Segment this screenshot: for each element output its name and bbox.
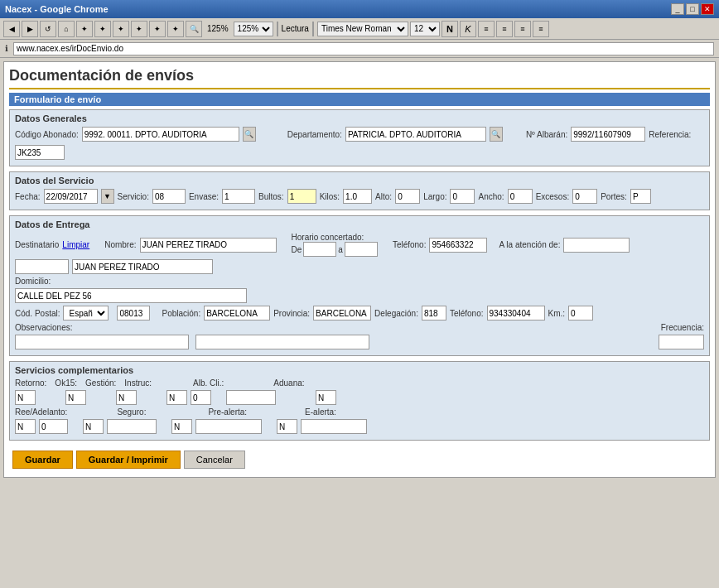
km-input[interactable] <box>568 306 593 321</box>
cod-postal-input[interactable] <box>117 306 150 321</box>
italic-button[interactable]: K <box>460 21 476 37</box>
seguro-field: Seguro: <box>117 407 146 417</box>
alto-label: Alto: <box>375 192 392 201</box>
toolbar-btn-5[interactable]: ✦ <box>149 21 166 37</box>
guardar-imprimir-button[interactable]: Guardar / Imprimir <box>76 451 181 469</box>
ree-adelanto-n-input[interactable] <box>15 419 36 434</box>
excesos-label: Excesos: <box>536 192 570 201</box>
servicio-input[interactable] <box>152 189 186 204</box>
telefono2-input[interactable] <box>487 306 545 321</box>
home-button[interactable]: ⌂ <box>58 21 75 37</box>
toolbar-btn-1[interactable]: ✦ <box>76 21 93 37</box>
bultos-input[interactable] <box>287 189 316 204</box>
guardar-button[interactable]: Guardar <box>12 451 73 469</box>
ree-adelanto-value-input[interactable] <box>39 419 68 434</box>
maximize-button[interactable]: □ <box>686 3 699 15</box>
alb-cli-label: Alb. Cli.: <box>193 378 224 388</box>
close-button[interactable]: ✕ <box>701 3 714 15</box>
forward-button[interactable]: ▶ <box>22 21 38 37</box>
kilos-input[interactable] <box>343 189 372 204</box>
font-size-select[interactable]: 12 <box>410 22 440 36</box>
portes-input[interactable] <box>630 189 651 204</box>
separator <box>277 22 278 36</box>
bold-button[interactable]: N <box>442 21 458 37</box>
delegacion-input[interactable] <box>422 306 446 321</box>
pais-select[interactable]: España <box>63 306 109 321</box>
minimize-button[interactable]: _ <box>671 3 684 15</box>
toolbar-btn-3[interactable]: ✦ <box>113 21 129 37</box>
e-alerta-input[interactable] <box>277 419 297 434</box>
datos-generales-row: Código Abonado: 🔍 Departamento: 🔍 Nº Alb… <box>15 127 704 160</box>
nombre-input[interactable] <box>140 238 277 253</box>
toolbar: ◀ ▶ ↺ ⌂ ✦ ✦ ✦ ✦ ✦ ✦ 🔍 125% 125% Lectura … <box>0 18 719 40</box>
atencion-input[interactable] <box>563 238 630 253</box>
nombre-input2[interactable] <box>72 259 213 274</box>
instruc-input[interactable] <box>166 390 187 405</box>
seguro-extra-input[interactable] <box>107 419 157 434</box>
toolbar-btn-7[interactable]: 🔍 <box>186 21 202 37</box>
ree-adelanto-label: Ree/Adelanto: <box>15 407 67 417</box>
domicilio-input[interactable] <box>15 288 247 303</box>
codigo-abonado-search[interactable]: 🔍 <box>243 127 256 142</box>
toolbar-btn-6[interactable]: ✦ <box>167 21 184 37</box>
departamento-label: Departamento: <box>287 130 342 139</box>
instruc-extra-input[interactable] <box>191 390 211 405</box>
align-btn-4[interactable]: ≡ <box>533 21 549 37</box>
referencia-label: Referencia: <box>649 130 691 139</box>
telefono-input[interactable] <box>429 238 487 253</box>
limpiar-link[interactable]: Limpiar <box>62 240 89 249</box>
poblacion-label: Población: <box>162 309 200 318</box>
align-btn-1[interactable]: ≡ <box>478 21 495 37</box>
departamento-input[interactable] <box>345 127 486 142</box>
poblacion-input[interactable] <box>204 306 270 321</box>
frecuencia-input[interactable] <box>659 335 704 349</box>
action-buttons: Guardar Guardar / Imprimir Cancelar <box>9 447 710 472</box>
gestion-label: Gestión: <box>85 378 116 388</box>
num-albaran-input[interactable] <box>571 127 645 142</box>
seguro-label: Seguro: <box>117 407 146 417</box>
excesos-input[interactable] <box>572 189 597 204</box>
cancelar-button[interactable]: Cancelar <box>184 451 245 469</box>
envase-input[interactable] <box>222 189 255 204</box>
departamento-search[interactable]: 🔍 <box>490 127 503 142</box>
refresh-button[interactable]: ↺ <box>40 21 56 37</box>
horario-de-input[interactable] <box>303 242 336 257</box>
align-btn-3[interactable]: ≡ <box>514 21 531 37</box>
seguro-input[interactable] <box>83 419 104 434</box>
toolbar-btn-4[interactable]: ✦ <box>131 21 147 37</box>
gestion-input[interactable] <box>116 390 137 405</box>
pre-alerta-extra-input[interactable] <box>195 419 262 434</box>
destinatario-id-input[interactable] <box>15 259 69 274</box>
largo-input[interactable] <box>450 189 475 204</box>
fecha-cal-btn[interactable]: ▼ <box>101 189 114 204</box>
back-button[interactable]: ◀ <box>3 21 20 37</box>
ancho-input[interactable] <box>508 189 533 204</box>
observaciones-input[interactable] <box>15 335 189 349</box>
pre-alerta-input[interactable] <box>171 419 192 434</box>
atencion-label: A la atención de: <box>499 240 560 249</box>
e-alerta-extra-input[interactable] <box>301 419 367 434</box>
alb-cli-input[interactable] <box>226 390 276 405</box>
observaciones-input2[interactable] <box>195 335 369 349</box>
comp-inputs-row1 <box>15 390 704 405</box>
fecha-input[interactable] <box>44 189 98 204</box>
destinatario-id-row <box>15 259 704 274</box>
destinatario-row: Destinatario Limpiar Nombre: Horario con… <box>15 233 704 257</box>
portes-label: Portes: <box>601 192 627 201</box>
font-select[interactable]: Times New Roman <box>317 22 408 36</box>
datos-entrega-title: Datos de Entrega <box>15 219 704 229</box>
aduana-input[interactable] <box>316 390 336 405</box>
retorno-input[interactable] <box>15 390 36 405</box>
toolbar-btn-2[interactable]: ✦ <box>94 21 111 37</box>
view-label: Lectura <box>282 24 309 33</box>
retorno-label: Retorno: <box>15 378 46 388</box>
codigo-abonado-input[interactable] <box>82 127 239 142</box>
alto-input[interactable] <box>395 189 420 204</box>
url-input[interactable] <box>13 42 714 55</box>
zoom-select[interactable]: 125% <box>234 22 273 36</box>
horario-a-input[interactable] <box>345 242 378 257</box>
align-btn-2[interactable]: ≡ <box>496 21 513 37</box>
ok15-input[interactable] <box>65 390 86 405</box>
provincia-input[interactable] <box>313 306 371 321</box>
referencia-input[interactable] <box>15 145 65 160</box>
